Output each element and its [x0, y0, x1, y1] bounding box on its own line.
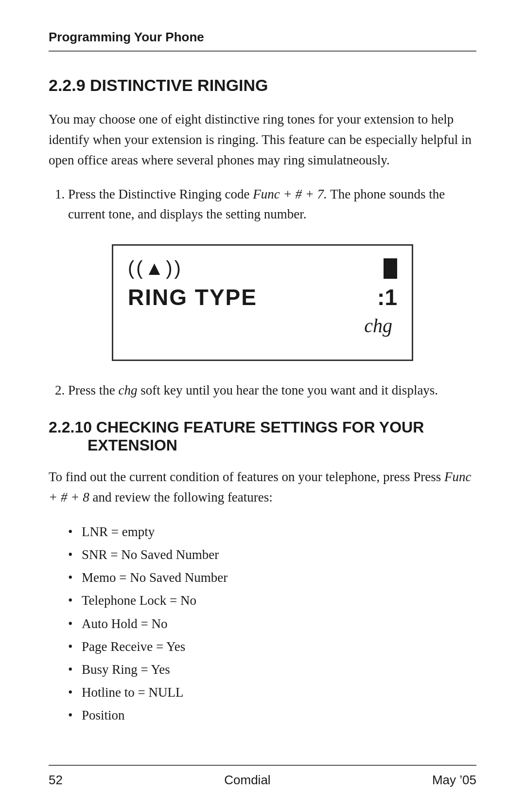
step-2: Press the chg soft key until you hear th… — [68, 380, 476, 401]
list-item: LNR = empty — [68, 522, 476, 542]
section-checking-features: 2.2.10 CHECKING FEATURE SETTINGS FOR YOU… — [49, 418, 476, 726]
para-after: and review the following features: — [89, 490, 273, 505]
section-distinctive-ringing: 2.2.9 DISTINCTIVE RINGING You may choose… — [49, 76, 476, 401]
display-chg-row: chg — [128, 314, 397, 337]
section-2-2-9-paragraph: You may choose one of eight distinctive … — [49, 109, 476, 171]
page-footer: 52 Comdial May ’05 — [49, 765, 476, 788]
section-2-2-9-heading: 2.2.9 DISTINCTIVE RINGING — [49, 76, 476, 95]
step2-text-after: soft key until you hear the tone you wan… — [137, 383, 438, 397]
list-item: Telephone Lock = No — [68, 590, 476, 611]
step1-italic: Func + # + 7. — [253, 187, 327, 201]
list-item: Busy Ring = Yes — [68, 659, 476, 680]
list-item: SNR = No Saved Number — [68, 544, 476, 565]
step2-text-before: Press the — [68, 383, 119, 397]
list-item: Auto Hold = No — [68, 614, 476, 634]
chg-softkey-label: chg — [364, 315, 392, 337]
cursor-block — [384, 258, 397, 279]
footer-date: May ’05 — [432, 773, 476, 788]
feature-list: LNR = empty SNR = No Saved Number Memo =… — [68, 522, 476, 726]
footer-page-number: 52 — [49, 773, 63, 788]
display-top-row: ((▲)) — [128, 257, 397, 279]
display-ring-type-row: RING TYPE :1 — [128, 284, 397, 310]
bell-icon-area: ((▲)) — [128, 257, 183, 279]
list-item: Page Receive = Yes — [68, 636, 476, 657]
heading-line2: EXTENSION — [88, 436, 177, 454]
section-2-2-10-heading: 2.2.10 CHECKING FEATURE SETTINGS FOR YOU… — [49, 418, 476, 454]
page-container: Programming Your Phone 2.2.9 DISTINCTIVE… — [0, 0, 525, 812]
ring-type-label: RING TYPE — [128, 284, 257, 310]
list-item: Position — [68, 705, 476, 726]
step1-text-before: Press the Distinctive Ringing code — [68, 187, 253, 201]
heading-line1: 2.2.10 CHECKING FEATURE SETTINGS FOR YOU… — [49, 418, 424, 436]
page-header: Programming Your Phone — [49, 29, 476, 52]
steps-list: Press the Distinctive Ringing code Func … — [68, 184, 476, 225]
para-before-italic: To find out the current condition of fea… — [49, 469, 444, 484]
header-title: Programming Your Phone — [49, 30, 204, 44]
footer-company: Comdial — [224, 773, 270, 788]
list-item: Hotline to = NULL — [68, 682, 476, 703]
step-1: Press the Distinctive Ringing code Func … — [68, 184, 476, 225]
phone-display: ((▲)) RING TYPE :1 chg — [112, 244, 413, 361]
steps-list-2: Press the chg soft key until you hear th… — [68, 380, 476, 401]
ring-number: :1 — [377, 284, 397, 310]
section-2-2-10-paragraph: To find out the current condition of fea… — [49, 467, 476, 508]
list-item: Memo = No Saved Number — [68, 567, 476, 588]
step2-italic: chg — [119, 383, 138, 397]
